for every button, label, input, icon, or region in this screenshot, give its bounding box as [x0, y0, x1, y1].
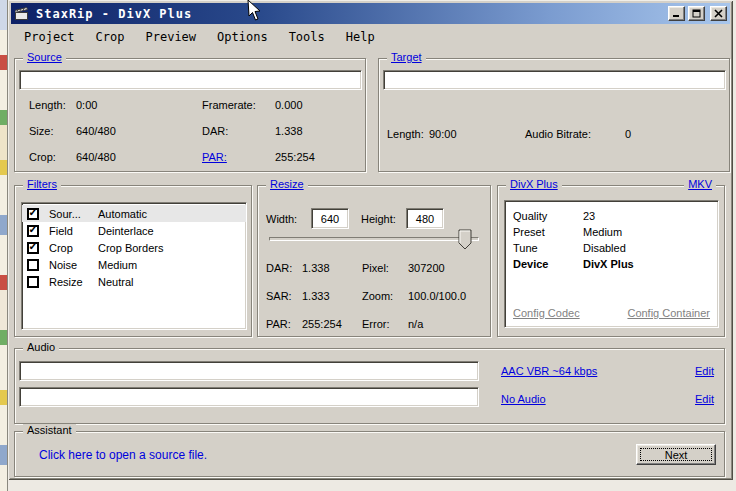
resize-par-value: 255:254	[302, 318, 362, 330]
source-par-link[interactable]: PAR:	[202, 151, 275, 163]
menu-crop[interactable]: Crop	[90, 27, 131, 47]
source-group-link[interactable]: Source	[23, 51, 66, 63]
menu-tools[interactable]: Tools	[283, 27, 331, 47]
menu-preview[interactable]: Preview	[139, 27, 202, 47]
audio-track1-edit-link[interactable]: Edit	[695, 365, 714, 377]
close-button[interactable]	[710, 6, 727, 21]
filter-name: Field	[49, 225, 98, 237]
target-length-value: 90:00	[429, 128, 525, 140]
filter-value: Medium	[98, 259, 246, 271]
quality-value: 23	[583, 210, 595, 222]
menu-options[interactable]: Options	[211, 27, 274, 47]
filters-group-link[interactable]: Filters	[23, 178, 61, 190]
filter-value: Automatic	[98, 208, 246, 220]
source-info: Length: 0:00 Framerate: 0.000 Size: 640/…	[29, 99, 315, 177]
check-icon: ✓	[28, 241, 37, 252]
resize-sar-label: SAR:	[266, 290, 302, 302]
preset-value: Medium	[583, 226, 622, 238]
resize-par-label: PAR:	[266, 318, 302, 330]
filter-name: Sour...	[49, 208, 98, 220]
filters-list[interactable]: ✓ Sour... Automatic ✓ Field Deinterlace …	[21, 202, 247, 330]
target-audio-bitrate-value: 0	[625, 128, 631, 140]
checkbox-unchecked[interactable]	[27, 276, 39, 288]
filters-group: Filters ✓ Sour... Automatic ✓ Field Dein…	[14, 185, 252, 337]
audio-track2-profile-link[interactable]: No Audio	[501, 393, 546, 405]
codec-group-link[interactable]: DivX Plus	[506, 178, 562, 190]
resize-zoom-label: Zoom:	[362, 290, 408, 302]
quality-label: Quality	[513, 210, 583, 222]
filter-value: Deinterlace	[98, 225, 246, 237]
filter-row-crop[interactable]: ✓ Crop Crop Borders	[22, 239, 246, 256]
close-icon	[714, 9, 723, 18]
checkbox-unchecked[interactable]	[27, 259, 39, 271]
audio-group-title: Audio	[23, 341, 59, 353]
codec-row-tune: Tune Disabled	[505, 240, 718, 256]
codec-row-quality: Quality 23	[505, 208, 718, 224]
audio-track1-input[interactable]	[19, 361, 479, 381]
filter-row-source[interactable]: ✓ Sour... Automatic	[22, 205, 246, 222]
width-input[interactable]	[311, 208, 349, 229]
filter-name: Crop	[49, 242, 98, 254]
assistant-message-link[interactable]: Click here to open a source file.	[39, 448, 207, 462]
source-dar-value: 1.338	[275, 125, 315, 137]
resize-dar-label: DAR:	[266, 262, 302, 274]
window-title: StaxRip - DivX Plus	[36, 7, 665, 21]
source-file-input[interactable]	[19, 70, 362, 90]
config-container-link[interactable]: Config Container	[627, 307, 710, 319]
source-framerate-value: 0.000	[275, 99, 315, 111]
next-button[interactable]: Next	[636, 444, 716, 465]
codec-panel: Quality 23 Preset Medium Tune Disabled D…	[504, 200, 719, 328]
height-input[interactable]	[406, 208, 444, 229]
filter-row-resize[interactable]: Resize Neutral	[22, 273, 246, 290]
titlebar[interactable]: StaxRip - DivX Plus	[11, 3, 730, 24]
menu-help[interactable]: Help	[340, 27, 381, 47]
height-label: Height:	[361, 213, 396, 225]
checkbox-checked[interactable]: ✓	[27, 242, 39, 254]
source-crop-label: Crop:	[29, 151, 76, 163]
resize-slider-thumb[interactable]	[458, 229, 473, 252]
source-length-label: Length:	[29, 99, 76, 111]
resize-error-label: Error:	[362, 318, 408, 330]
codec-config-links: Config Codec Config Container	[513, 307, 710, 319]
filter-row-field[interactable]: ✓ Field Deinterlace	[22, 222, 246, 239]
audio-track2-input[interactable]	[19, 387, 479, 407]
filter-row-noise[interactable]: Noise Medium	[22, 256, 246, 273]
filter-name: Noise	[49, 259, 98, 271]
tune-value: Disabled	[583, 242, 626, 254]
resize-group-link[interactable]: Resize	[266, 178, 308, 190]
target-group: Target Length: 90:00 Audio Bitrate: 0	[378, 58, 730, 172]
desktop: StaxRip - DivX Plus Project Crop Preview…	[0, 0, 736, 491]
background-window-sliver	[0, 0, 8, 491]
source-framerate-label: Framerate:	[202, 99, 275, 111]
checkbox-checked[interactable]: ✓	[27, 208, 39, 220]
target-length-label: Length:	[387, 128, 429, 140]
container-link[interactable]: MKV	[684, 178, 716, 190]
resize-zoom-value: 100.0/100.0	[408, 290, 466, 302]
filter-value: Crop Borders	[98, 242, 246, 254]
target-group-link[interactable]: Target	[387, 51, 426, 63]
device-label: Device	[513, 258, 583, 270]
source-group: Source Length: 0:00 Framerate: 0.000 Siz…	[14, 58, 366, 172]
resize-slider-track[interactable]	[269, 237, 479, 241]
resize-pixel-value: 307200	[408, 262, 466, 274]
resize-error-value: n/a	[408, 318, 466, 330]
resize-pixel-label: Pixel:	[362, 262, 408, 274]
source-size-label: Size:	[29, 125, 76, 137]
checkbox-checked[interactable]: ✓	[27, 225, 39, 237]
menu-project[interactable]: Project	[18, 27, 81, 47]
target-audio-bitrate-label: Audio Bitrate:	[525, 128, 625, 140]
target-file-input[interactable]	[383, 70, 726, 90]
audio-group: Audio AAC VBR ~64 kbps Edit No Audio Edi…	[14, 348, 725, 424]
preset-label: Preset	[513, 226, 583, 238]
minimize-button[interactable]	[668, 6, 685, 21]
width-label: Width:	[266, 213, 297, 225]
config-codec-link[interactable]: Config Codec	[513, 307, 580, 319]
target-info: Length: 90:00 Audio Bitrate: 0	[387, 128, 631, 154]
maximize-icon	[692, 9, 701, 18]
audio-track2-edit-link[interactable]: Edit	[695, 393, 714, 405]
check-icon: ✓	[28, 207, 37, 218]
source-par-value: 255:254	[275, 151, 315, 163]
audio-track1-profile-link[interactable]: AAC VBR ~64 kbps	[501, 365, 597, 377]
resize-dar-value: 1.338	[302, 262, 362, 274]
maximize-button[interactable]	[688, 6, 705, 21]
